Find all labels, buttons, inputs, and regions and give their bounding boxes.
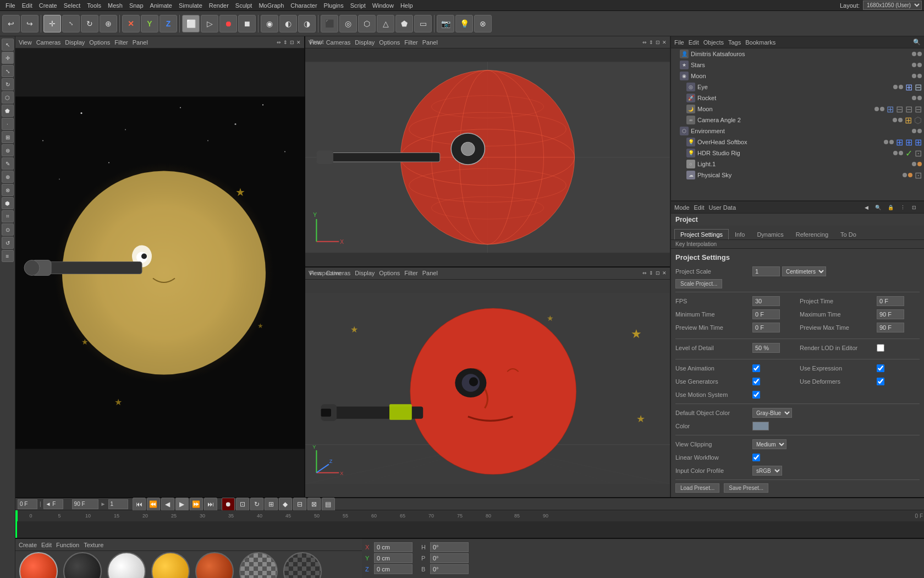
obj-row-dimitris[interactable]: 👤 Dimitris Katsafouros [671,48,924,59]
vp-persp-panel[interactable]: Panel [422,270,438,276]
tab-dynamics[interactable]: Dynamics [751,229,789,239]
vp-front-options[interactable]: Options [379,39,400,46]
vp-front-view[interactable]: View [309,39,322,46]
vp-persp-cameras[interactable]: Cameras [326,270,351,276]
obj-row-env[interactable]: ⬡ Environment [671,126,924,137]
lt-loop[interactable]: ↺ [2,237,14,249]
undo-button[interactable]: ↩ [2,15,20,32]
timeline-marker-button[interactable]: ⊞ [265,498,278,511]
obj-render-dot-hdr[interactable] [899,151,903,155]
obj-edit-menu[interactable]: Edit [689,39,699,46]
timeline-mode-button[interactable]: ⊟ [293,498,306,511]
vp-front-icon-3[interactable]: ⊡ [656,40,660,45]
save-preset-button[interactable]: Save Preset... [724,483,768,493]
vp-persp-icon-2[interactable]: ⇕ [649,270,653,276]
vp-front-icon-4[interactable]: ✕ [662,40,667,45]
obj-row-eye[interactable]: ◎ Eye ⊞ ⊟ [671,81,924,92]
cube-button[interactable]: ⬛ [321,15,338,32]
obj-tags-menu[interactable]: Tags [728,39,741,46]
select-tool-button[interactable]: ⊕ [100,15,117,32]
cone-button[interactable]: △ [377,15,394,32]
viewport-main[interactable]: View Cameras Display Options Filter Pane… [15,36,305,497]
use-anim-checkbox[interactable] [752,364,760,372]
tab-referencing[interactable]: Referencing [790,229,834,239]
layout-select[interactable]: 924x578 (User) [863,1,922,10]
vp-persp-filter[interactable]: Filter [404,270,417,276]
props-lock-icon[interactable]: 🔒 [888,205,894,210]
timeline-filter-button[interactable]: ▤ [322,498,335,511]
coord-p-input[interactable] [430,553,469,563]
menu-animate[interactable]: Animate [147,2,175,9]
model-mode-button[interactable]: ⬜ [182,15,200,32]
tab-key-interpolation[interactable]: Key Interpolation [675,241,717,247]
prev-min-input[interactable] [752,323,780,332]
obj-row-rocket[interactable]: 🚀 Rocket [671,92,924,103]
search-icon[interactable]: 🔍 [913,39,921,46]
obj-row-camera[interactable]: ∞ Camera Angle 2 ⊞ ⬡ [671,114,924,126]
lt-paint[interactable]: ✎ [2,157,14,170]
vp-persp-view[interactable]: View [309,270,322,276]
props-edit-menu[interactable]: Edit [694,204,705,211]
lt-knife[interactable]: ⌗ [2,210,14,222]
linear-wf-checkbox[interactable] [752,454,760,461]
vp-persp-icon-4[interactable]: ✕ [662,270,667,276]
prev-max-input[interactable] [877,323,904,332]
obj-vis-dot-light1[interactable] [912,162,916,166]
menu-render[interactable]: Render [206,2,232,9]
obj-row-moon[interactable]: ◉ Moon [671,70,924,81]
vp-icon-1[interactable]: ⇔ [277,40,281,45]
material-mat[interactable]: Mat [62,552,103,578]
rotate-tool-button[interactable]: ↻ [81,15,98,32]
render-button[interactable]: ◐ [279,15,297,32]
vp-persp-icon-1[interactable]: ⇔ [642,270,647,276]
timeline-options-button[interactable]: ⊡ [236,498,249,511]
min-time-input[interactable] [752,309,780,319]
props-options-icon[interactable]: ⊡ [912,205,916,210]
menu-character[interactable]: Character [287,2,320,9]
color-swatch[interactable] [752,422,769,430]
vp-persp-icon-3[interactable]: ⊡ [656,270,660,276]
material-pupil[interactable]: pupil [282,552,323,578]
props-mode-menu[interactable]: Mode [674,204,690,211]
obj-row-stars[interactable]: ★ Stars [671,59,924,70]
obj-render-dot-softbox[interactable] [889,140,894,144]
menu-create[interactable]: Create [36,2,61,9]
lt-poly[interactable]: ⬡ [2,91,14,103]
props-collapse-icon[interactable]: ◀ [865,205,868,210]
vp-front-icon-1[interactable]: ⇔ [642,40,647,45]
use-gen-checkbox[interactable] [752,378,760,385]
record-timeline-button[interactable]: ⏺ [222,498,235,511]
timeline-tracks[interactable] [15,521,924,538]
material-mat4[interactable]: Mat.4 [150,552,191,578]
menu-mesh[interactable]: Mesh [105,2,126,9]
obj-vis-dot-rocket[interactable] [912,96,916,100]
menu-tools[interactable]: Tools [84,2,105,9]
props-userdata-menu[interactable]: User Data [709,204,736,211]
obj-render-dot-stars[interactable] [917,63,922,67]
camera-button[interactable]: 📷 [437,15,454,32]
tab-todo[interactable]: To Do [834,229,862,239]
timeline-keyframe-button[interactable]: ◆ [279,498,292,511]
obj-render-dot-env[interactable] [917,129,922,133]
render-settings-button[interactable]: ◑ [298,15,316,32]
obj-render-dot-eye[interactable] [899,85,903,89]
menu-simulate[interactable]: Simulate [175,2,206,9]
lt-uv[interactable]: ⊞ [2,131,14,143]
record-button[interactable]: ⏺ [219,15,237,32]
lod-input[interactable] [752,343,780,353]
obj-bookmarks-menu[interactable]: Bookmarks [745,39,776,46]
sphere-button[interactable]: ◎ [339,15,357,32]
lt-axis[interactable]: ⊗ [2,184,14,196]
vp-front-icon-2[interactable]: ⇕ [649,40,653,45]
null-button[interactable]: ⊗ [474,15,492,32]
material-as05red[interactable]: AS-05-red [18,552,59,578]
vp-icon-2[interactable]: ⇕ [283,40,288,45]
obj-render-dot-moon2[interactable] [880,107,884,111]
obj-vis-dot-moon2[interactable] [875,107,879,111]
coord-x-input[interactable] [374,542,413,552]
redo-button[interactable]: ↪ [21,15,38,32]
obj-vis-dot-stars[interactable] [912,63,916,67]
menu-help[interactable]: Help [397,2,416,9]
max-time-input[interactable] [877,309,904,319]
stop-button[interactable]: ⏹ [238,15,256,32]
